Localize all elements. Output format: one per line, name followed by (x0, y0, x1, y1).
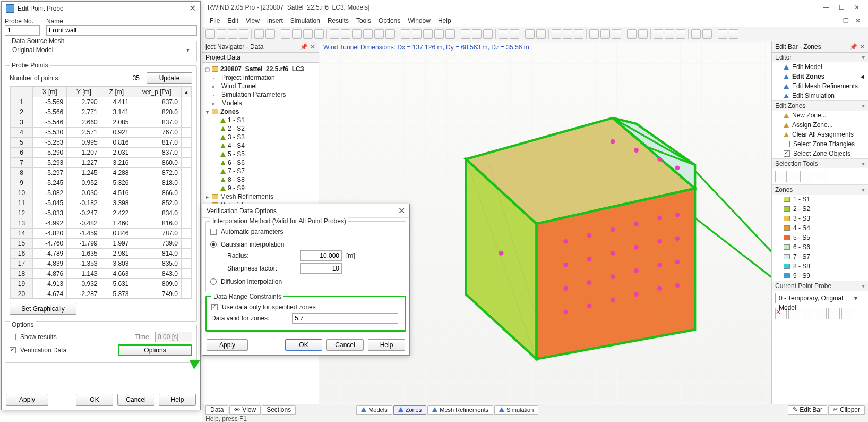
menu-view[interactable]: View (246, 17, 260, 24)
update-button[interactable]: Update (147, 72, 192, 84)
tab-sections[interactable]: Sections (262, 405, 296, 415)
menu-file[interactable]: File (210, 17, 220, 24)
data-source-select[interactable]: Original Model (10, 46, 192, 57)
tree-item[interactable]: ▫Simulation Parameters (204, 90, 315, 99)
help-button[interactable]: Help (159, 394, 196, 406)
toolbar-icon[interactable] (589, 29, 599, 39)
toolbar-icon[interactable] (665, 29, 674, 39)
tree-item[interactable]: ▫Project Information (204, 73, 315, 82)
zone-item[interactable]: 6 - S6 (772, 242, 868, 252)
table-row[interactable]: 19-4.913-0.9325.631809.0 (11, 279, 192, 289)
table-row[interactable]: 6-5.2901.2072.031837.0 (11, 148, 192, 158)
toolbar-icon[interactable] (676, 29, 685, 39)
toolbar-icon[interactable] (483, 29, 493, 39)
tree-item[interactable]: ▫Models (204, 99, 315, 107)
toolbar-icon[interactable] (254, 29, 264, 39)
toolbar-icon[interactable] (718, 29, 727, 39)
zone-item[interactable]: 7 - S7 (772, 252, 868, 261)
name-input[interactable] (46, 25, 197, 36)
tree-item[interactable]: 5 - S5 (204, 150, 315, 158)
toolbar-icon[interactable] (374, 29, 384, 39)
toolbar-icon[interactable] (228, 29, 237, 39)
show-results-checkbox[interactable] (10, 334, 16, 340)
toolbar-icon[interactable] (303, 29, 313, 39)
menu-help[interactable]: Help (438, 17, 451, 24)
minimize-icon[interactable]: — (823, 0, 829, 15)
zone-item[interactable]: 5 - S5 (772, 233, 868, 242)
tool-icon[interactable] (828, 308, 840, 319)
tab-editbar[interactable]: ✎ Edit Bar (788, 405, 827, 415)
toolbar-icon[interactable] (341, 29, 350, 39)
toolbar-icon[interactable] (499, 29, 508, 39)
table-row[interactable]: 12-5.033-0.2472.422834.0 (11, 208, 192, 218)
editzone-item[interactable]: Assign Zone... (772, 120, 868, 130)
toolbar-icon[interactable] (314, 29, 324, 39)
toolbar-icon[interactable] (363, 29, 373, 39)
menu-edit[interactable]: Edit (227, 17, 238, 24)
zone-item[interactable]: 2 - S2 (772, 204, 868, 214)
zone-item[interactable]: 3 - S3 (772, 214, 868, 223)
toolbar-icon[interactable] (574, 29, 583, 39)
tree-item[interactable]: 7 - S7 (204, 167, 315, 175)
toolbar-icon[interactable] (445, 29, 455, 39)
toolbar-icon[interactable] (600, 29, 610, 39)
editzone-item[interactable]: Clear All Assignments (772, 130, 868, 139)
radius-input[interactable] (300, 250, 342, 261)
toolbar-icon[interactable] (205, 29, 215, 39)
toolbar-icon[interactable] (472, 29, 482, 39)
tree-item[interactable]: 1 - S1 (204, 116, 315, 124)
toolbar-icon[interactable] (401, 29, 410, 39)
pin-icon[interactable]: 📌 (849, 43, 857, 50)
editzone-item[interactable]: Select Zone Objects (772, 149, 868, 158)
toolbar-icon[interactable] (627, 29, 637, 39)
toolbar-icon[interactable] (434, 29, 444, 39)
mdi-close-icon[interactable]: ✕ (855, 17, 861, 24)
toolbar-icon[interactable] (281, 29, 290, 39)
tree-item[interactable]: 2 - S2 (204, 124, 315, 133)
apply-button[interactable]: Apply (207, 339, 248, 351)
zone-item[interactable]: 4 - S4 (772, 223, 868, 233)
toolbar-icon[interactable] (412, 29, 422, 39)
table-row[interactable]: 4-5.5302.5710.921767.0 (11, 128, 192, 138)
tool-icon[interactable] (841, 308, 853, 319)
menu-insert[interactable]: Insert (267, 17, 283, 24)
mdi-restore-icon[interactable]: ❐ (843, 17, 849, 24)
tree-item[interactable]: 4 - S4 (204, 141, 315, 150)
sharpness-input[interactable] (300, 263, 342, 274)
tree-item[interactable]: ▸Mesh Refinements (204, 192, 315, 201)
probe-no-input[interactable] (5, 25, 40, 36)
editzone-item[interactable]: Select Zone Triangles (772, 139, 868, 149)
table-row[interactable]: 7-5.2931.2273.216860.0 (11, 158, 192, 168)
toolbar-icon[interactable] (217, 29, 226, 39)
toolbar-icon[interactable] (702, 29, 712, 39)
menu-tools[interactable]: Tools (356, 17, 371, 24)
diffusion-radio[interactable] (210, 278, 217, 285)
toolbar-icon[interactable] (525, 29, 535, 39)
editor-item[interactable]: Edit Mesh Refinements (772, 81, 868, 91)
toolbar-icon[interactable] (385, 29, 395, 39)
table-row[interactable]: 13-4.992-0.4821.460816.0 (11, 218, 192, 229)
menu-simulation[interactable]: Simulation (290, 17, 320, 24)
options-button[interactable]: Options (118, 344, 192, 356)
table-row[interactable]: 2-5.5662.7713.141820.0 (11, 107, 192, 117)
toolbar-icon[interactable] (292, 29, 302, 39)
toolbar-icon[interactable] (352, 29, 362, 39)
zone-item[interactable]: 8 - S8 (772, 261, 868, 271)
sel-tool-icon[interactable] (775, 171, 787, 182)
toolbar-icon[interactable] (423, 29, 433, 39)
editzone-item[interactable]: New Zone... (772, 111, 868, 120)
tree-item[interactable]: ▢230807_Sattel_22,5.rf6_LC3 (204, 65, 315, 73)
tool-icon[interactable] (815, 308, 827, 319)
table-row[interactable]: 14-4.820-1.4590.846787.0 (11, 229, 192, 239)
toolbar-icon[interactable] (239, 29, 248, 39)
gaussian-radio[interactable] (210, 241, 217, 248)
close-icon[interactable]: ✕ (854, 0, 860, 15)
menu-results[interactable]: Results (328, 17, 349, 24)
tree-item[interactable]: ▫Wind Tunnel (204, 82, 315, 90)
editor-item[interactable]: Edit Model (772, 62, 868, 72)
tab-mesh refinements[interactable]: Mesh Refinements (427, 405, 493, 415)
toolbar-icon[interactable] (612, 29, 621, 39)
npoints-input[interactable] (113, 73, 142, 83)
toolbar-icon[interactable] (563, 29, 572, 39)
table-row[interactable]: 3-5.5462.6602.085837.0 (11, 117, 192, 128)
